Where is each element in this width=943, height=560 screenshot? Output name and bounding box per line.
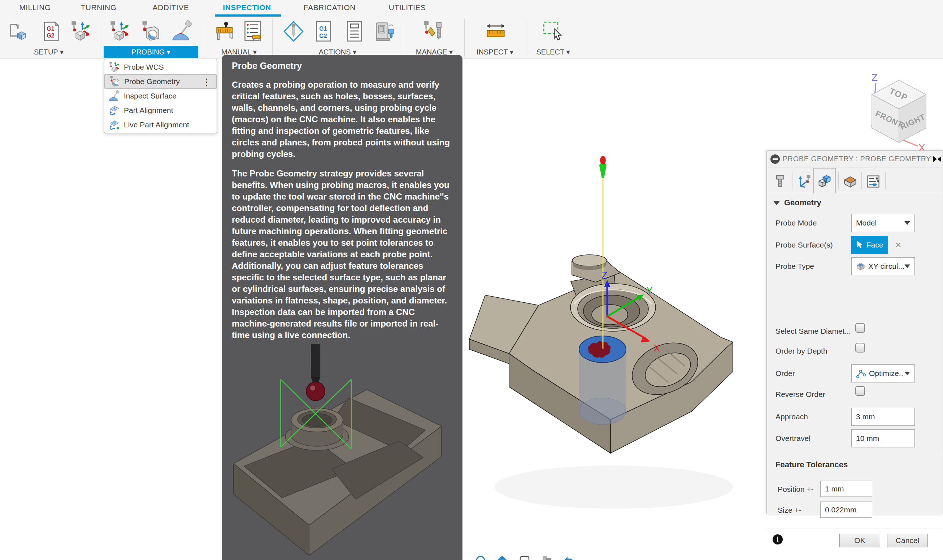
collapse-icon[interactable] bbox=[770, 154, 780, 164]
menu-item-part-alignment[interactable]: Part Alignment bbox=[104, 103, 217, 118]
info-icon[interactable]: i bbox=[773, 534, 783, 545]
probe-wcs-icon[interactable] bbox=[69, 20, 91, 43]
toolbar-divider bbox=[464, 19, 465, 57]
dialog-tab-strip bbox=[767, 168, 943, 193]
title-truncation-icon bbox=[933, 156, 941, 162]
orbit-icon[interactable] bbox=[475, 555, 486, 560]
cursor-icon bbox=[856, 241, 864, 249]
probe-tip-red bbox=[600, 156, 606, 165]
triad-z-label: Z bbox=[601, 270, 608, 281]
inspect-surface-tool-icon[interactable] bbox=[171, 20, 193, 43]
select-icon[interactable] bbox=[542, 20, 563, 43]
menu-item-options-icon[interactable]: ⋮ bbox=[202, 76, 211, 88]
dialog-header[interactable]: PROBE GEOMETRY : PROBE GEOMETRY1 bbox=[767, 151, 943, 168]
size-tolerance-input[interactable] bbox=[820, 502, 872, 518]
probe-geometry-tool-icon[interactable] bbox=[139, 20, 161, 43]
tab-milling[interactable]: MILLING bbox=[3, 0, 68, 14]
section-title: Geometry bbox=[784, 198, 821, 207]
zoom-window-icon[interactable] bbox=[542, 555, 552, 560]
tab-geometry[interactable] bbox=[814, 168, 836, 194]
look-at-icon[interactable] bbox=[497, 555, 508, 560]
probe-tip-green bbox=[599, 163, 607, 178]
probe-wcs-tool-icon[interactable] bbox=[108, 20, 130, 43]
inspect-group-label[interactable]: INSPECT ▾ bbox=[468, 46, 522, 58]
probe-surfaces-face-chip[interactable]: Face bbox=[851, 236, 888, 254]
clear-selection-icon[interactable]: × bbox=[895, 239, 901, 251]
probe-geometry-tooltip: Probe Geometry Creates a probing operati… bbox=[222, 55, 462, 560]
previous-view-icon[interactable] bbox=[562, 555, 573, 560]
geometry-section-header[interactable]: Geometry bbox=[774, 198, 821, 208]
tab-separator bbox=[861, 172, 862, 189]
toolbar-divider bbox=[204, 19, 204, 57]
menu-item-probe-geometry[interactable]: Probe Geometry ⋮ bbox=[104, 74, 217, 89]
nc-program-icon[interactable]: G1 G2 bbox=[40, 20, 62, 43]
tab-separator bbox=[838, 172, 839, 189]
probe-surfaces-label: Probe Surface(s) bbox=[775, 241, 833, 249]
tab-inspection[interactable]: INSPECTION bbox=[214, 0, 279, 14]
viewcube[interactable]: TOP FRONT RIGHT Z X bbox=[863, 72, 935, 152]
position-tolerance-input[interactable] bbox=[820, 481, 872, 497]
measure-icon[interactable] bbox=[485, 20, 507, 43]
probe-ball bbox=[306, 382, 325, 401]
manage-tools-icon[interactable] bbox=[421, 20, 444, 43]
geometry-icon bbox=[817, 174, 832, 188]
tab-additive[interactable]: ADDITIVE bbox=[138, 0, 203, 14]
tab-utilities[interactable]: UTILITIES bbox=[375, 0, 440, 14]
probe-type-select[interactable]: XY circul... bbox=[851, 257, 915, 275]
optimize-order-icon bbox=[856, 368, 866, 378]
probe-mode-select[interactable]: Model bbox=[851, 214, 915, 232]
menu-item-probe-wcs[interactable]: Probe WCS bbox=[104, 60, 217, 74]
probe-shaft bbox=[311, 344, 320, 378]
menu-item-inspect-surface[interactable]: Inspect Surface bbox=[104, 89, 217, 103]
workspace-tab-bar: MILLING TURNING ADDITIVE INSPECTION FABR… bbox=[0, 0, 943, 17]
select-group-label[interactable]: SELECT ▾ bbox=[526, 46, 580, 58]
chevron-down-icon bbox=[904, 265, 910, 268]
approach-input[interactable] bbox=[851, 408, 915, 426]
footer-divider bbox=[767, 529, 943, 529]
probe-mode-value: Model bbox=[856, 218, 877, 227]
inspection-report-icon[interactable] bbox=[242, 20, 263, 43]
probing-group-button[interactable]: PROBING ▾ bbox=[103, 46, 198, 58]
probe-wcs-icon bbox=[108, 62, 120, 73]
simulate-icon[interactable] bbox=[283, 20, 304, 43]
ok-button[interactable]: OK bbox=[840, 534, 880, 548]
tab-wcs[interactable] bbox=[793, 169, 815, 193]
new-setup-icon[interactable] bbox=[8, 20, 30, 43]
inspect-surface-icon bbox=[108, 90, 120, 102]
tab-fabrication[interactable]: FABRICATION bbox=[297, 0, 362, 14]
cancel-button[interactable]: Cancel bbox=[887, 534, 928, 548]
navigation-bar bbox=[473, 554, 581, 560]
fusion-inspection-workspace: MILLING TURNING ADDITIVE INSPECTION FABR… bbox=[0, 0, 943, 560]
tooltip-paragraph-1: Creates a probing operation to measure a… bbox=[232, 79, 452, 160]
post-process-icon[interactable]: G1 G2 bbox=[313, 20, 334, 43]
tab-separator bbox=[885, 172, 886, 189]
tab-tool[interactable] bbox=[769, 169, 791, 193]
menu-item-label: Live Part Alignment bbox=[124, 120, 189, 129]
tab-heights[interactable] bbox=[839, 169, 861, 193]
tool-icon bbox=[773, 174, 787, 189]
svg-text:G2: G2 bbox=[46, 32, 54, 38]
menu-item-live-part-alignment[interactable]: Live Part Alignment bbox=[104, 118, 217, 132]
order-select[interactable]: Optimize... bbox=[851, 365, 915, 383]
setup-group-label[interactable]: SETUP ▾ bbox=[22, 46, 76, 58]
tab-turning[interactable]: TURNING bbox=[66, 0, 131, 14]
probe-type-value: XY circul... bbox=[868, 262, 904, 271]
machine-simulation-icon[interactable] bbox=[374, 20, 396, 43]
order-by-depth-checkbox[interactable] bbox=[855, 343, 865, 352]
viewcube-z-axis-label: Z bbox=[872, 72, 878, 83]
pan-icon[interactable] bbox=[519, 555, 530, 560]
wcs-probe-icon bbox=[797, 174, 812, 189]
svg-text:G1: G1 bbox=[46, 25, 54, 32]
order-value: Optimize... bbox=[869, 369, 904, 378]
setup-sheet-icon[interactable] bbox=[344, 20, 365, 43]
tab-linking[interactable] bbox=[862, 169, 884, 193]
manual-inspect-caliper-icon[interactable] bbox=[214, 20, 236, 43]
select-same-diameter-checkbox[interactable] bbox=[855, 323, 865, 333]
part-model[interactable]: Z Y X bbox=[444, 144, 765, 560]
linking-icon bbox=[866, 174, 881, 189]
heights-icon bbox=[843, 174, 857, 189]
reverse-order-label: Reverse Order bbox=[775, 390, 825, 399]
part-alignment-icon bbox=[108, 105, 120, 116]
reverse-order-checkbox[interactable] bbox=[855, 386, 865, 396]
overtravel-input[interactable] bbox=[851, 429, 915, 448]
